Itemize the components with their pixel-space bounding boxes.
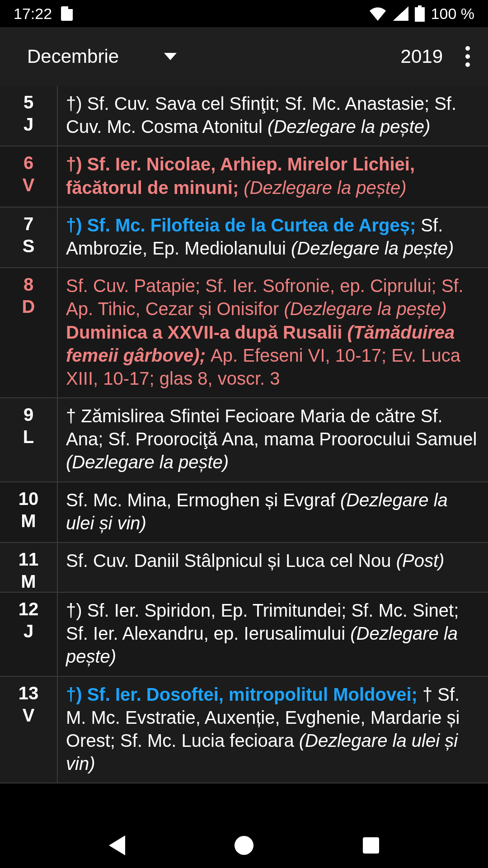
nav-home-button[interactable] (235, 836, 253, 855)
date-cell: 7S (0, 208, 58, 267)
date-number: 12 (19, 599, 39, 619)
date-cell: 13V (0, 677, 58, 783)
status-bar: 17:22 100 % (0, 0, 488, 27)
text-segment: (Dezlegare la pește) (267, 117, 430, 137)
date-weekday: J (23, 114, 33, 135)
day-content: †) Sf. Ier. Nicolae, Arhiep. Mirelor Lic… (58, 146, 488, 206)
day-content: Sf. Cuv. Patapie; Sf. Ier. Sofronie, ep.… (58, 268, 488, 397)
nav-back-button[interactable] (109, 835, 125, 855)
year-label[interactable]: 2019 (401, 46, 443, 67)
calendar-row[interactable]: 8DSf. Cuv. Patapie; Sf. Ier. Sofronie, e… (0, 268, 488, 398)
date-number: 7 (23, 214, 33, 234)
text-segment: (Dezlegare la pește) (284, 299, 446, 319)
date-cell: 11M (0, 543, 58, 592)
date-weekday: M (21, 511, 36, 531)
month-label: Decembrie (27, 46, 119, 67)
date-number: 13 (19, 683, 39, 703)
calendar-row[interactable]: 7S†) Sf. Mc. Filofteia de la Curtea de A… (0, 208, 488, 268)
text-segment: (Dezlegare la pește) (291, 238, 454, 258)
date-number: 9 (23, 405, 33, 425)
text-segment: †) Sf. Ier. Dosoftei, mitropolitul Moldo… (66, 684, 422, 704)
more-menu-button[interactable] (461, 42, 474, 71)
battery-icon (415, 5, 425, 22)
text-segment: (Dezlegare la pește) (66, 452, 229, 472)
navigation-bar (0, 823, 488, 868)
date-weekday: V (23, 705, 35, 726)
svg-rect-0 (418, 5, 422, 7)
chevron-down-icon (164, 53, 177, 60)
date-number: 11 (19, 549, 39, 570)
sd-card-icon (61, 6, 73, 21)
text-segment: Duminica a XXVII-a după Rusalii (66, 322, 347, 342)
date-weekday: S (23, 236, 35, 256)
date-cell: 8D (0, 268, 58, 397)
day-content: †) Sf. Ier. Dosoftei, mitropolitul Moldo… (58, 677, 488, 783)
calendar-row[interactable]: 11MSf. Cuv. Daniil Stâlpnicul și Luca ce… (0, 543, 488, 593)
date-cell: 6V (0, 146, 58, 206)
calendar-row[interactable]: 9L† Zămislirea Sfintei Fecioare Maria de… (0, 398, 488, 482)
date-number: 6 (23, 153, 33, 173)
date-cell: 5J (0, 86, 58, 146)
date-cell: 10M (0, 482, 58, 542)
day-content: †) Sf. Mc. Filofteia de la Curtea de Arg… (58, 208, 488, 267)
month-dropdown[interactable]: Decembrie (27, 46, 177, 67)
cellular-icon (393, 6, 408, 21)
calendar-list[interactable]: 5J†) Sf. Cuv. Sava cel Sfinţit; Sf. Mc. … (0, 86, 488, 823)
status-time: 17:22 (14, 5, 52, 23)
date-weekday: J (23, 621, 33, 642)
svg-rect-1 (415, 7, 425, 22)
day-content: Sf. Mc. Mina, Ermoghen și Evgraf (Dezleg… (58, 482, 488, 542)
calendar-row[interactable]: 13V†) Sf. Ier. Dosoftei, mitropolitul Mo… (0, 677, 488, 784)
text-segment: †) Sf. Mc. Filofteia de la Curtea de Arg… (66, 215, 421, 235)
date-weekday: V (23, 175, 35, 195)
day-content: †) Sf. Ier. Spiridon, Ep. Trimitundei; S… (58, 593, 488, 676)
text-segment: Sf. Mc. Mina, Ermoghen și Evgraf (66, 490, 340, 510)
date-cell: 9L (0, 398, 58, 481)
text-segment: † Zămislirea Sfintei Fecioare Maria de c… (66, 406, 477, 449)
date-number: 10 (19, 489, 39, 509)
date-weekday: L (23, 427, 34, 447)
calendar-row[interactable]: 6V†) Sf. Ier. Nicolae, Arhiep. Mirelor L… (0, 146, 488, 207)
battery-percent: 100 % (431, 5, 474, 23)
date-weekday: M (21, 571, 36, 592)
app-bar: Decembrie 2019 (0, 27, 488, 86)
day-content: Sf. Cuv. Daniil Stâlpnicul și Luca cel N… (58, 543, 488, 592)
date-number: 8 (23, 274, 33, 295)
day-content: † Zămislirea Sfintei Fecioare Maria de c… (58, 398, 488, 481)
text-segment: Sf. Cuv. Daniil Stâlpnicul și Luca cel N… (66, 551, 396, 571)
wifi-icon (369, 6, 387, 21)
date-cell: 12J (0, 593, 58, 676)
text-segment: (Post) (396, 551, 445, 571)
calendar-row[interactable]: 12J†) Sf. Ier. Spiridon, Ep. Trimitundei… (0, 593, 488, 677)
text-segment: (Dezlegare la pește) (244, 178, 406, 198)
date-weekday: D (22, 297, 35, 317)
day-content: †) Sf. Cuv. Sava cel Sfinţit; Sf. Mc. An… (58, 86, 488, 146)
calendar-row[interactable]: 5J†) Sf. Cuv. Sava cel Sfinţit; Sf. Mc. … (0, 86, 488, 146)
nav-recent-button[interactable] (363, 837, 379, 854)
date-number: 5 (23, 92, 33, 113)
calendar-row[interactable]: 10MSf. Mc. Mina, Ermoghen și Evgraf (Dez… (0, 482, 488, 543)
